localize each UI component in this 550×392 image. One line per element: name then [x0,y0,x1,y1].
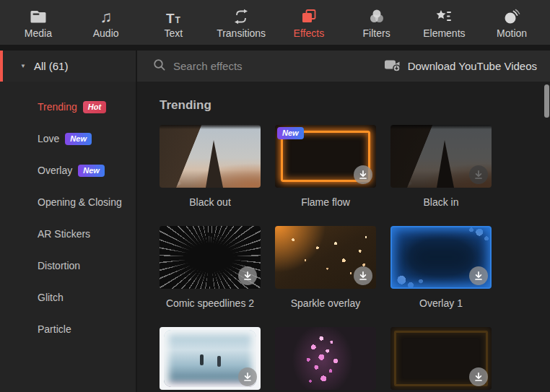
tab-transitions[interactable]: Transitions [207,0,275,45]
tab-label: Elements [423,27,465,39]
search-icon [153,58,166,74]
effect-thumbnail[interactable]: New [275,125,376,188]
tab-label: Media [25,27,52,39]
effect-card: Overlay 1 [390,226,492,310]
effect-card: Black out [160,125,261,209]
sidebar-item-label: Opening & Closing [38,196,122,208]
effect-thumbnail[interactable] [390,327,492,390]
venn-circles-icon [367,6,386,25]
tab-label: Motion [497,27,527,39]
tab-label: Audio [93,27,119,39]
category-sidebar: ▼ All (61) Trending Hot Love New Overlay… [0,51,136,392]
tab-label: Effects [294,27,325,39]
sidebar-item-opening-closing[interactable]: Opening & Closing [0,186,136,218]
sidebar-item-label: Love [38,133,59,144]
sidebar-item-glitch[interactable]: Glitch [0,282,136,313]
download-button[interactable] [469,165,488,184]
search-input[interactable]: Search effects [153,58,384,74]
video-download-icon [384,58,401,74]
effect-thumbnail[interactable] [390,125,492,188]
chevron-down-icon: ▼ [20,63,26,69]
sidebar-item-distortion[interactable]: Distortion [0,250,136,282]
accent-bar [0,51,3,82]
download-button[interactable] [238,266,257,285]
sidebar-item-label: Glitch [38,292,64,303]
effect-thumbnail[interactable] [160,226,261,289]
star-list-icon [435,6,453,25]
text-tt-icon: TT [166,6,181,25]
effect-card [275,327,376,392]
effect-thumbnail[interactable] [160,327,261,390]
tab-label: Transitions [217,27,266,39]
tab-label: Filters [363,27,390,39]
tab-motion[interactable]: Motion [478,0,546,45]
search-bar: Search effects Download YouTube Videos [137,51,550,82]
sidebar-item-label: Overlay [38,165,72,176]
effect-thumbnail[interactable] [275,226,376,289]
tab-filters[interactable]: Filters [343,0,411,45]
tab-elements[interactable]: Elements [411,0,479,45]
effect-name: Black out [160,196,261,209]
effects-content: Search effects Download YouTube Videos T… [137,51,550,392]
effect-thumbnail[interactable] [390,226,492,289]
download-youtube-videos-button[interactable]: Download YouTube Videos [384,58,537,74]
category-dropdown-label: All (61) [34,60,69,72]
effect-thumbnail[interactable] [160,125,261,188]
download-button[interactable] [469,266,488,285]
tab-label: Text [165,27,183,39]
tab-text[interactable]: TT Text [140,0,208,45]
download-button[interactable] [354,165,372,184]
sidebar-item-love[interactable]: Love New [0,123,136,154]
sidebar-item-label: Trending [38,101,77,113]
effect-name: Flame flow [275,196,376,209]
effect-card [390,327,492,392]
sidebar-item-label: Distortion [38,260,80,271]
sidebar-item-overlay[interactable]: Overlay New [0,154,136,186]
vertical-scrollbar[interactable] [544,84,549,118]
top-toolbar: Media ♫ Audio TT Text Transitions Effect… [0,0,550,45]
category-list: Trending Hot Love New Overlay New Openin… [0,82,136,345]
effect-name: Black in [390,196,492,209]
download-youtube-videos-label: Download YouTube Videos [408,60,537,72]
effects-squares-icon [300,6,318,25]
effect-name: Sparkle overlay [275,297,376,310]
folder-icon [29,6,48,25]
effect-thumbnail[interactable] [275,327,376,390]
tab-audio[interactable]: ♫ Audio [72,0,140,45]
motion-ball-icon [502,6,521,25]
sidebar-item-label: Particle [38,323,71,335]
new-badge: New [78,165,105,177]
sidebar-item-trending[interactable]: Trending Hot [0,91,136,123]
sidebar-item-label: AR Stickers [38,228,90,240]
effect-name: Comic speedlines 2 [160,297,261,310]
search-placeholder: Search effects [173,60,243,72]
effect-card: Sparkle overlay [275,226,376,310]
category-dropdown[interactable]: ▼ All (61) [0,51,136,82]
effect-card: Black in [390,125,492,209]
download-button[interactable] [354,266,372,285]
swap-arrows-icon [232,6,250,25]
tab-media[interactable]: Media [4,0,72,45]
effects-grid: Black out New Flame flow [160,125,550,392]
effect-card [160,327,261,392]
effect-name: Overlay 1 [390,297,492,310]
effects-browser: ▼ All (61) Trending Hot Love New Overlay… [0,51,550,392]
sidebar-item-particle[interactable]: Particle [0,313,136,345]
download-button[interactable] [238,367,257,386]
tab-effects[interactable]: Effects [275,0,343,45]
effect-card: New Flame flow [275,125,376,209]
sidebar-item-ar-stickers[interactable]: AR Stickers [0,218,136,250]
section-title: Trending [160,98,550,113]
new-badge: New [65,133,92,145]
new-badge: New [277,127,304,139]
hot-badge: Hot [83,101,106,113]
music-note-icon: ♫ [100,6,112,25]
download-button[interactable] [469,367,488,386]
effects-panel-window: Media ♫ Audio TT Text Transitions Effect… [0,0,550,392]
effect-card: Comic speedlines 2 [160,226,261,310]
